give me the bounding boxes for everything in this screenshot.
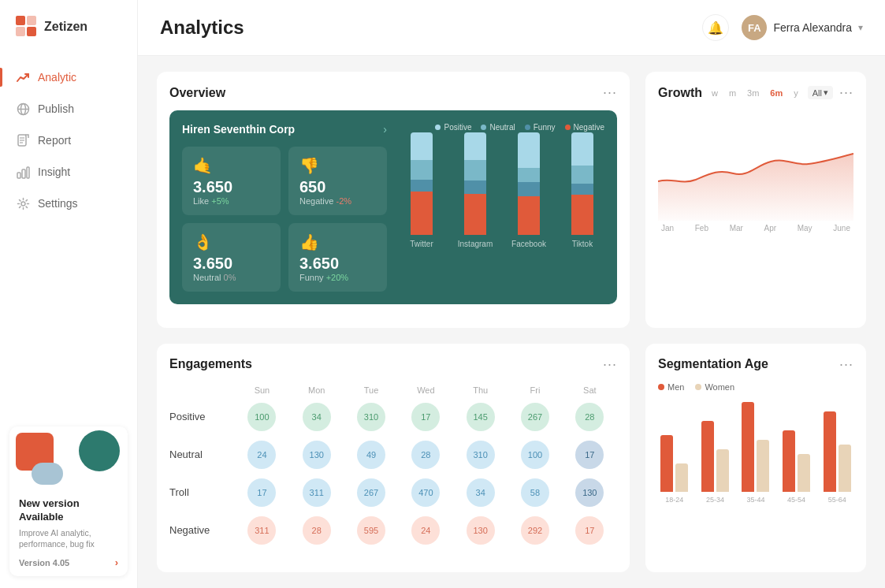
engagement-cell: 28	[289, 512, 344, 549]
engagement-row-label: Negative	[169, 512, 235, 549]
promo-description: Improve AI analytic, performance, bug fi…	[19, 527, 118, 550]
bar-segment	[464, 180, 486, 194]
seg-women-bar	[839, 445, 851, 492]
company-name: Hiren Seventhin Corp	[182, 123, 295, 136]
promo-card: New version Available Improve AI analyti…	[9, 426, 128, 576]
legend-funny-dot	[525, 125, 530, 130]
bar-segment	[518, 196, 540, 235]
engagement-col-sun: Sun	[235, 382, 289, 398]
seg-bars	[701, 421, 729, 492]
engagement-bubble: 17	[575, 516, 604, 545]
sidebar-item-report[interactable]: Report	[0, 125, 137, 156]
content-grid: Overview ··· Hiren Seventhin Corp › 🤙 3.…	[138, 56, 885, 588]
engagement-bubble: 130	[303, 441, 331, 469]
growth-header: Growth w m 3m 6m y All ▾ ··	[658, 84, 853, 101]
table-row: Neutral24130492831010017	[169, 436, 617, 474]
engagement-cell: 145	[453, 398, 508, 436]
engagement-cell: 34	[453, 474, 508, 512]
growth-title: Growth	[658, 86, 702, 100]
engagement-cell: 267	[344, 474, 398, 512]
main-content: Analytics 🔔 FA Ferra Alexandra ▾ Overvie…	[138, 0, 885, 588]
logo-text: Zetizen	[44, 20, 87, 34]
growth-more-button[interactable]: ···	[839, 84, 853, 101]
engagement-table: Sun Mon Tue Wed Thu Fri Sat Positive1003…	[169, 382, 617, 549]
bar-segment	[411, 132, 433, 160]
engagement-bubble: 28	[575, 403, 604, 431]
filter-6m[interactable]: 6m	[767, 87, 786, 99]
growth-label-mar: Mar	[730, 224, 743, 233]
engagement-col-thu: Thu	[453, 382, 508, 398]
filter-w[interactable]: w	[708, 87, 721, 99]
seg-women-bar	[716, 449, 729, 492]
filter-y[interactable]: y	[790, 87, 801, 99]
seg-men-bar	[824, 411, 836, 492]
segmentation-more-button[interactable]: ···	[839, 356, 853, 373]
promo-content: New version Available Improve AI analyti…	[9, 489, 128, 576]
seg-group: 18-24	[658, 435, 691, 504]
seg-group-label: 25-34	[706, 496, 724, 504]
engagement-bubble: 311	[303, 478, 331, 507]
notification-button[interactable]: 🔔	[702, 14, 729, 41]
sidebar-item-settings[interactable]: Settings	[0, 188, 137, 219]
all-dropdown[interactable]: All ▾	[808, 86, 833, 99]
overview-inner: Hiren Seventhin Corp › 🤙 3.650 Like +5%	[169, 110, 617, 304]
sidebar-item-insight[interactable]: Insight	[0, 156, 137, 188]
stat-neutral: 👌 3.650 Neutral 0%	[182, 223, 281, 292]
legend-neutral: Neutral	[481, 123, 515, 132]
engagement-bubble: 292	[521, 516, 549, 545]
filter-m[interactable]: m	[726, 87, 739, 99]
engagement-bubble: 267	[521, 403, 549, 431]
engagement-bubble: 100	[247, 403, 276, 431]
engagements-title: Engagements	[169, 357, 252, 371]
svg-rect-2	[16, 27, 25, 36]
engagement-cell: 130	[563, 474, 617, 512]
seg-bars	[660, 435, 688, 492]
seg-men-dot	[658, 384, 664, 390]
promo-title: New version Available	[19, 497, 118, 524]
filter-3m[interactable]: 3m	[744, 87, 762, 99]
user-profile[interactable]: FA Ferra Alexandra ▾	[742, 15, 863, 40]
like-value: 3.650	[193, 178, 270, 196]
engagement-bubble: 49	[357, 441, 385, 469]
sidebar-item-publish[interactable]: Publish	[0, 93, 137, 125]
engagements-more-button[interactable]: ···	[603, 356, 617, 373]
engagement-row-label: Troll	[169, 474, 235, 512]
sidebar-item-publish-label: Publish	[38, 102, 74, 115]
overview-more-button[interactable]: ···	[603, 84, 617, 101]
overview-company: Hiren Seventhin Corp ›	[182, 123, 387, 136]
engagement-bubble: 24	[247, 441, 276, 469]
promo-blue-block	[32, 463, 63, 485]
bar-segment	[571, 166, 593, 184]
promo-image	[9, 426, 128, 489]
legend-positive-dot	[435, 125, 441, 130]
bar-segment	[571, 184, 593, 195]
sidebar: Zetizen Analytic	[0, 0, 138, 588]
growth-x-labels: Jan Feb Mar Apr May June	[658, 224, 853, 233]
engagement-bubble: 17	[411, 403, 440, 431]
company-arrow-icon: ›	[383, 123, 387, 136]
funny-label: Funny +20%	[299, 273, 376, 282]
seg-bars	[783, 430, 810, 492]
sidebar-item-analytic[interactable]: Analytic	[0, 61, 137, 93]
table-row: Troll173112674703458130	[169, 474, 617, 512]
bar-chart-icon	[16, 165, 30, 179]
engagement-row-label: Neutral	[169, 436, 235, 474]
engagement-cell: 28	[399, 436, 453, 474]
engagement-cell: 100	[235, 398, 289, 436]
seg-men-label: Men	[667, 382, 684, 392]
segmentation-header: Segmentation Age ···	[658, 356, 853, 373]
bar-segment	[571, 132, 593, 166]
engagement-cell: 310	[453, 436, 508, 474]
seg-bars	[824, 411, 851, 492]
header: Analytics 🔔 FA Ferra Alexandra ▾	[138, 0, 885, 56]
overview-title: Overview	[169, 86, 225, 100]
seg-chart: 18-2425-3435-4445-5455-64	[658, 401, 853, 504]
table-row: Positive100343101714526728	[169, 398, 617, 436]
svg-rect-12	[22, 169, 25, 178]
promo-arrow-icon[interactable]: ›	[115, 556, 118, 568]
svg-rect-3	[27, 27, 36, 36]
segmentation-card: Segmentation Age ··· Men Women 18-2425-3…	[645, 344, 866, 573]
legend-negative-dot	[565, 125, 571, 130]
bar-label: Tiktok	[572, 240, 593, 248]
engagements-header: Engagements ···	[169, 356, 617, 373]
